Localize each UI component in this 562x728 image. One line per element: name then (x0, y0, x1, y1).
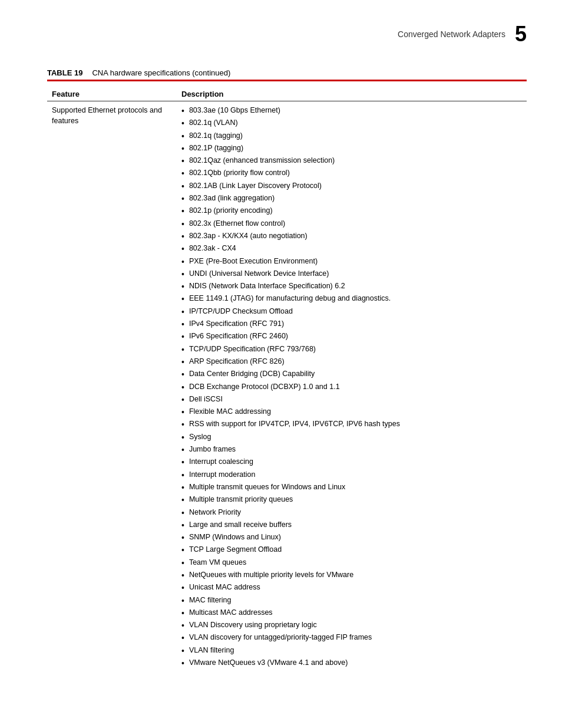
list-item-text: Multiple transmit priority queues (189, 494, 293, 505)
list-item-text: 802.1P (tagging) (189, 143, 243, 153)
page-number: 5 (515, 24, 527, 45)
feature-cell: Supported Ethernet protocols and feature… (47, 101, 177, 674)
table-top-border (47, 80, 527, 81)
list-item-text: 802.1Qbb (priority flow control) (189, 167, 290, 178)
list-item: Network Priority (181, 507, 522, 519)
list-item: ARP Specification (RFC 826) (181, 356, 522, 368)
list-item: IPv6 Specification (RFC 2460) (181, 331, 522, 342)
list-item-text: VLAN discovery for untagged/priority-tag… (189, 632, 372, 643)
list-item-text: VLAN Discovery using proprietary logic (189, 620, 317, 630)
list-item: Interrupt coalescing (181, 456, 522, 468)
table-title-container: TABLE 19 CNA hardware specifications (co… (47, 68, 527, 77)
list-item: Jumbo frames (181, 444, 522, 456)
list-item-text: EEE 1149.1 (JTAG) for manufacturing debu… (189, 293, 391, 304)
list-item-text: TCP Large Segment Offload (189, 544, 282, 555)
list-item-text: 802.3ak - CX4 (189, 243, 236, 253)
list-item-text: Flexible MAC addressing (189, 406, 271, 417)
list-item: VLAN Discovery using proprietary logic (181, 620, 522, 631)
list-item-text: Multicast MAC addresses (189, 607, 273, 618)
list-item: Team VM queues (181, 557, 522, 569)
list-item-text: Dell iSCSI (189, 394, 223, 404)
list-item-text: Large and small receive buffers (189, 519, 292, 530)
list-item: 802.3x (Ethernet flow control) (181, 218, 522, 230)
list-item: Syslog (181, 431, 522, 443)
list-item: Large and small receive buffers (181, 519, 522, 531)
list-item: PXE (Pre-Boot Execution Environment) (181, 256, 522, 268)
list-item: 802.1p (priority encoding) (181, 205, 522, 217)
list-item: NetQueues with multiple priority levels … (181, 569, 522, 581)
list-item: EEE 1149.1 (JTAG) for manufacturing debu… (181, 293, 522, 305)
list-item-text: ARP Specification (RFC 826) (189, 356, 285, 367)
list-item: Dell iSCSI (181, 394, 522, 406)
list-item: Flexible MAC addressing (181, 406, 522, 418)
list-item: 802.1q (tagging) (181, 130, 522, 142)
list-item: Unicast MAC address (181, 582, 522, 594)
list-item: Multiple transmit queues for Windows and… (181, 482, 522, 493)
list-item: VLAN discovery for untagged/priority-tag… (181, 632, 522, 644)
list-item: 802.1P (tagging) (181, 143, 522, 154)
list-item-text: 803.3ae (10 Gbps Ethernet) (189, 105, 280, 116)
list-item-text: 802.3ad (link aggregation) (189, 193, 275, 203)
list-item: Interrupt moderation (181, 469, 522, 481)
list-item-text: RSS with support for IPV4TCP, IPV4, IPV6… (189, 419, 400, 429)
list-item: 802.3ad (link aggregation) (181, 193, 522, 205)
list-item: Data Center Bridging (DCB) Capability (181, 368, 522, 380)
list-item-text: NetQueues with multiple priority levels … (189, 569, 353, 580)
list-item: 802.3ap - KX/KX4 (auto negotiation) (181, 230, 522, 242)
list-item-text: Interrupt coalescing (189, 456, 253, 467)
list-item-text: IPv6 Specification (RFC 2460) (189, 331, 288, 341)
list-item: TCP Large Segment Offload (181, 544, 522, 556)
list-item-text: Syslog (189, 431, 211, 442)
list-item-text: VLAN filtering (189, 645, 234, 655)
list-item-text: TCP/UDP Specification (RFC 793/768) (189, 344, 316, 354)
list-item-text: 802.3x (Ethernet flow control) (189, 218, 285, 229)
table-title-row: TABLE 19 CNA hardware specifications (co… (47, 68, 527, 77)
list-item-text: PXE (Pre-Boot Execution Environment) (189, 256, 318, 266)
list-item: RSS with support for IPV4TCP, IPV4, IPV6… (181, 419, 522, 430)
col-description: Description (177, 86, 527, 101)
col-feature: Feature (47, 86, 177, 101)
list-item: TCP/UDP Specification (RFC 793/768) (181, 344, 522, 355)
list-item: 802.1q (VLAN) (181, 117, 522, 129)
list-item: Multicast MAC addresses (181, 607, 522, 619)
list-item-text: SNMP (Windows and Linux) (189, 532, 281, 542)
list-item: 803.3ae (10 Gbps Ethernet) (181, 105, 522, 117)
list-item-text: 802.1Qaz (enhanced transmission selectio… (189, 155, 335, 166)
list-item-text: 802.3ap - KX/KX4 (auto negotiation) (189, 230, 308, 241)
list-item: 802.1AB (Link Layer Discovery Protocol) (181, 180, 522, 192)
list-item: UNDI (Universal Network Device Interface… (181, 268, 522, 280)
main-table: Feature Description Supported Ethernet p… (47, 86, 527, 673)
list-item-text: Jumbo frames (189, 444, 236, 454)
list-item: 802.1Qbb (priority flow control) (181, 167, 522, 179)
page-header: Converged Network Adapters 5 (47, 24, 527, 45)
list-item-text: Unicast MAC address (189, 582, 260, 592)
list-item: 802.1Qaz (enhanced transmission selectio… (181, 155, 522, 167)
list-item-text: DCB Exchange Protocol (DCBXP) 1.0 and 1.… (189, 381, 340, 392)
table-subtitle: CNA hardware specifications (continued) (92, 68, 230, 77)
list-item-text: 802.1AB (Link Layer Discovery Protocol) (189, 180, 322, 191)
list-item-text: 802.1p (priority encoding) (189, 205, 273, 216)
list-item-text: NDIS (Network Data Interface Specificati… (189, 281, 345, 291)
list-item-text: IP/TCP/UDP Checksum Offload (189, 306, 293, 317)
list-item: IP/TCP/UDP Checksum Offload (181, 306, 522, 318)
list-item: Multiple transmit priority queues (181, 494, 522, 506)
list-item-text: Multiple transmit queues for Windows and… (189, 482, 345, 492)
table-label: TABLE 19 (47, 68, 82, 77)
list-item: SNMP (Windows and Linux) (181, 532, 522, 543)
list-item-text: Data Center Bridging (DCB) Capability (189, 368, 315, 379)
list-item-text: Team VM queues (189, 557, 246, 568)
list-item: NDIS (Network Data Interface Specificati… (181, 281, 522, 292)
list-item: 802.3ak - CX4 (181, 243, 522, 255)
list-item-text: VMware NetQueues v3 (VMware 4.1 and abov… (189, 657, 348, 668)
list-item: VLAN filtering (181, 645, 522, 657)
bullet-list: 803.3ae (10 Gbps Ethernet)802.1q (VLAN)8… (181, 105, 522, 669)
list-item: VMware NetQueues v3 (VMware 4.1 and abov… (181, 657, 522, 669)
list-item-text: IPv4 Specification (RFC 791) (189, 318, 284, 329)
list-item-text: Interrupt moderation (189, 469, 256, 480)
list-item: IPv4 Specification (RFC 791) (181, 318, 522, 330)
list-item-text: MAC filtering (189, 595, 232, 605)
list-item: MAC filtering (181, 595, 522, 607)
table-header-row: Feature Description (47, 86, 527, 101)
list-item-text: Network Priority (189, 507, 241, 518)
list-item-text: 802.1q (tagging) (189, 130, 243, 141)
